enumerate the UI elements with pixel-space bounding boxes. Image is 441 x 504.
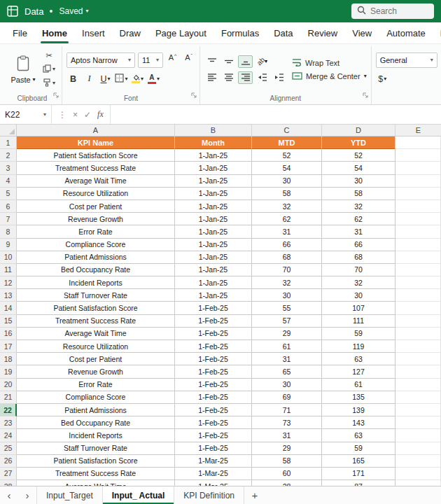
cell[interactable]: 29 — [252, 328, 322, 340]
cell[interactable]: 66 — [322, 239, 396, 251]
excel-app-icon[interactable] — [7, 6, 18, 17]
cell[interactable]: KPI Name — [17, 136, 175, 149]
row-header-16[interactable]: 16 — [0, 328, 17, 340]
tab-file[interactable]: File — [6, 22, 34, 43]
cell[interactable]: 58 — [252, 455, 322, 468]
dialog-launcher-icon[interactable] — [363, 89, 369, 102]
cell[interactable]: 1-Feb-25 — [175, 429, 252, 442]
search-box[interactable] — [351, 4, 434, 19]
cell[interactable]: 54 — [322, 162, 396, 174]
cell[interactable]: 63 — [322, 353, 396, 365]
cell[interactable]: 61 — [322, 379, 396, 391]
number-format-combo[interactable]: General▾ — [376, 52, 438, 68]
increase-font-size-button[interactable]: A^ — [166, 53, 179, 68]
sheet-tab-input-actual[interactable]: Input_ Actual — [103, 486, 175, 504]
cell[interactable]: 30 — [252, 289, 322, 302]
cell[interactable] — [396, 340, 441, 353]
cell[interactable]: 58 — [322, 188, 396, 200]
row-header-18[interactable]: 18 — [0, 353, 17, 365]
cell[interactable]: 119 — [322, 340, 396, 353]
column-header-a[interactable]: A — [17, 125, 175, 136]
cell[interactable]: 59 — [322, 328, 396, 340]
cell[interactable]: Cost per Patient — [17, 200, 175, 213]
align-center-button[interactable] — [221, 71, 236, 84]
cell[interactable]: 1-Feb-25 — [175, 391, 252, 404]
cell[interactable]: Revenue Growth — [17, 365, 175, 378]
cell[interactable]: 1-Jan-25 — [175, 239, 252, 251]
cell[interactable]: 165 — [322, 455, 396, 468]
tab-developer[interactable]: Developer — [433, 22, 441, 43]
row-header-15[interactable]: 15 — [0, 315, 17, 328]
italic-button[interactable]: I — [83, 71, 96, 86]
sheet-tab-kpi-definition[interactable]: KPI Definition — [174, 486, 244, 504]
cell[interactable]: Compliance Score — [17, 239, 175, 251]
cell[interactable]: Staff Turnover Rate — [17, 442, 175, 455]
currency-format-button[interactable]: $▾ — [376, 71, 389, 86]
row-header-12[interactable]: 12 — [0, 276, 17, 289]
cell[interactable] — [396, 429, 441, 442]
cell[interactable] — [396, 468, 441, 480]
merge-center-button[interactable]: Merge & Center ▾ — [292, 72, 367, 81]
cell[interactable]: Patient Satisfaction Score — [17, 149, 175, 162]
cell[interactable]: 62 — [322, 213, 396, 225]
autosave-status[interactable]: Saved ▾ — [59, 6, 88, 16]
cell[interactable]: Resource Utilization — [17, 340, 175, 353]
cell[interactable]: 1-Feb-25 — [175, 416, 252, 429]
column-header-c[interactable]: C — [252, 125, 322, 136]
cell[interactable]: Treatment Success Rate — [17, 162, 175, 174]
cell[interactable]: 1-Feb-25 — [175, 379, 252, 391]
cell[interactable] — [396, 289, 441, 302]
cell[interactable]: 127 — [322, 365, 396, 378]
add-sheet-button[interactable]: + — [244, 486, 265, 504]
cell[interactable]: Average Wait Time — [17, 480, 175, 486]
decrease-indent-button[interactable] — [255, 71, 270, 84]
cell[interactable]: 70 — [252, 264, 322, 276]
cell[interactable]: 1-Jan-25 — [175, 162, 252, 174]
paste-button[interactable]: Paste▾ — [7, 55, 39, 84]
cell[interactable] — [396, 365, 441, 378]
formula-input[interactable] — [111, 105, 441, 124]
cell[interactable]: Compliance Score — [17, 391, 175, 404]
cell[interactable] — [396, 353, 441, 365]
tab-view[interactable]: View — [345, 22, 379, 43]
row-header-17[interactable]: 17 — [0, 340, 17, 353]
cell[interactable]: 31 — [252, 353, 322, 365]
align-left-button[interactable] — [204, 71, 219, 84]
cell[interactable]: 171 — [322, 468, 396, 480]
cell[interactable]: 52 — [252, 149, 322, 162]
cell[interactable]: 58 — [252, 188, 322, 200]
row-header-1[interactable]: 1 — [0, 136, 17, 149]
cancel-icon[interactable]: × — [73, 110, 78, 120]
cell[interactable]: Cost per Patient — [17, 353, 175, 365]
cell[interactable] — [396, 379, 441, 391]
cell[interactable]: 30 — [322, 175, 396, 188]
tab-page-layout[interactable]: Page Layout — [148, 22, 214, 43]
cell[interactable]: 73 — [252, 416, 322, 429]
cell[interactable]: 1-Feb-25 — [175, 365, 252, 378]
tab-data[interactable]: Data — [267, 22, 300, 43]
cell[interactable]: 1-Feb-25 — [175, 315, 252, 328]
cell[interactable]: 139 — [322, 404, 396, 416]
align-middle-button[interactable] — [221, 55, 236, 68]
sheet-nav-next-button[interactable]: › — [18, 486, 36, 504]
document-title[interactable]: Data — [24, 6, 43, 17]
cell[interactable]: Patient Satisfaction Score — [17, 302, 175, 314]
cell[interactable]: 60 — [252, 468, 322, 480]
cell[interactable] — [396, 264, 441, 276]
cell[interactable]: 57 — [252, 315, 322, 328]
cell[interactable]: Incident Reports — [17, 276, 175, 289]
row-header-13[interactable]: 13 — [0, 289, 17, 302]
cell[interactable]: 1-Mar-25 — [175, 468, 252, 480]
cell[interactable]: 32 — [322, 276, 396, 289]
name-box[interactable]: K22 ▾ — [0, 105, 52, 124]
cell[interactable]: 29 — [252, 442, 322, 455]
tab-home[interactable]: Home — [35, 22, 74, 43]
dialog-launcher-icon[interactable] — [53, 89, 59, 102]
cell[interactable]: 1-Feb-25 — [175, 404, 252, 416]
cell[interactable]: 54 — [252, 162, 322, 174]
cell[interactable]: 1-Jan-25 — [175, 289, 252, 302]
bold-button[interactable]: B — [66, 71, 80, 86]
row-header-8[interactable]: 8 — [0, 225, 17, 238]
row-header-6[interactable]: 6 — [0, 200, 17, 213]
column-header-e[interactable]: E — [396, 125, 441, 136]
